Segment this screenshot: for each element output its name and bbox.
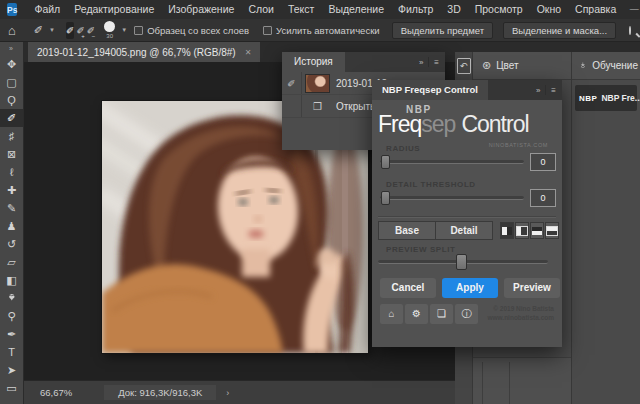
tool-brush[interactable]: ✎ bbox=[0, 199, 23, 217]
brush-size-picker[interactable]: 30 bbox=[104, 21, 115, 39]
menu-help[interactable]: Справка bbox=[568, 0, 623, 19]
tool-move[interactable]: ✥ bbox=[0, 55, 23, 73]
tool-type[interactable]: T bbox=[0, 343, 23, 361]
menu-image[interactable]: Изображение bbox=[161, 0, 241, 19]
panel-menu-icon[interactable]: ≡ bbox=[551, 86, 556, 95]
tool-preset-caret-icon[interactable]: ▼ bbox=[49, 27, 55, 33]
detail-threshold-label: DETAIL THRESHOLD bbox=[386, 180, 476, 189]
history-source-cell[interactable] bbox=[282, 95, 302, 117]
radius-value-field[interactable]: 0 bbox=[530, 153, 556, 171]
apply-button[interactable]: Apply bbox=[442, 278, 498, 298]
select-and-mask-button[interactable]: Выделение и маска... bbox=[503, 22, 616, 39]
detail-slider-handle[interactable] bbox=[381, 191, 390, 205]
tool-rectangular-marquee[interactable]: ▢ bbox=[0, 73, 23, 91]
preview-button[interactable]: Preview bbox=[504, 278, 560, 298]
tool-dodge[interactable]: ⚲ bbox=[0, 307, 23, 325]
brush-size-caret-icon[interactable]: ▼ bbox=[121, 27, 127, 33]
tool-preset-icon[interactable]: ✐ bbox=[30, 24, 47, 37]
tab-nbp-freqsep-control[interactable]: NBP Freqsep Control bbox=[372, 80, 488, 100]
detail-slider-track[interactable] bbox=[380, 196, 524, 200]
tool-quick-selection[interactable]: ✐ bbox=[0, 109, 23, 127]
tool-frame[interactable]: ⊠ bbox=[0, 145, 23, 163]
nbp-freqsep-dock-button[interactable]: NBP NBP Fre... bbox=[575, 85, 637, 111]
copyright-text: © 2019 Nino Batista www.ninobatista.com bbox=[487, 304, 554, 323]
sample-all-layers-label: Образец со всех слоев bbox=[147, 25, 249, 36]
dock-bottom-panels bbox=[473, 357, 571, 404]
tool-rectangle-shape[interactable]: ▭ bbox=[0, 379, 23, 397]
panel-menu-icon[interactable]: ≡ bbox=[434, 58, 439, 67]
menu-window[interactable]: Окно bbox=[530, 0, 568, 19]
status-chevron-icon[interactable]: › bbox=[226, 388, 229, 398]
home-icon[interactable]: ⌂ bbox=[4, 23, 20, 38]
photoshop-window: Ps Файл Редактирование Изображение Слои … bbox=[0, 0, 640, 404]
toolbar-expand-icon[interactable]: » bbox=[0, 42, 23, 55]
radius-slider-track[interactable] bbox=[380, 160, 524, 164]
selection-mode-subtract-icon[interactable]: ✐− bbox=[87, 22, 95, 39]
dock-top-strip bbox=[455, 42, 640, 52]
preview-split-label: PREVIEW SPLIT bbox=[386, 245, 456, 254]
history-brush-source-icon[interactable]: ✐ bbox=[282, 72, 302, 94]
tool-clone-stamp[interactable]: ♟ bbox=[0, 217, 23, 235]
home-icon[interactable]: ⌂ bbox=[380, 304, 403, 324]
snapshot-thumbnail[interactable] bbox=[305, 74, 330, 93]
base-button[interactable]: Base bbox=[378, 221, 436, 240]
selection-mode-new-icon[interactable]: ✐ bbox=[66, 22, 74, 39]
menu-type[interactable]: Текст bbox=[281, 0, 321, 19]
page-icon[interactable]: ❏ bbox=[430, 304, 453, 324]
menu-3d[interactable]: 3D bbox=[440, 0, 467, 19]
info-icon[interactable]: ⓘ bbox=[455, 304, 478, 324]
sample-all-layers-checkbox[interactable]: Образец со всех слоев bbox=[134, 25, 249, 36]
tool-blur[interactable]: ♠ bbox=[0, 289, 23, 307]
menu-view[interactable]: Просмотр bbox=[468, 0, 530, 19]
split-horizontal-top-icon[interactable] bbox=[530, 222, 544, 239]
detail-button[interactable]: Detail bbox=[435, 221, 493, 240]
radius-slider-handle[interactable] bbox=[381, 155, 390, 169]
tab-learn[interactable]: ♀ Обучение bbox=[572, 52, 640, 80]
tool-eraser[interactable]: ▱ bbox=[0, 253, 23, 271]
nbp-logo-icon: NBP bbox=[579, 94, 597, 103]
document-size-info[interactable]: Док: 916,3K/916,3K bbox=[104, 385, 216, 400]
preview-split-handle[interactable] bbox=[456, 254, 467, 270]
menu-edit[interactable]: Редактирование bbox=[67, 0, 161, 19]
cancel-button[interactable]: Cancel bbox=[380, 278, 436, 298]
history-panel-icon[interactable]: ↶ bbox=[457, 58, 471, 74]
tool-pen[interactable]: ✒ bbox=[0, 325, 23, 343]
tool-crop[interactable]: ♯ bbox=[0, 127, 23, 145]
tab-close-icon[interactable]: ✕ bbox=[245, 48, 252, 57]
lightbulb-icon: ♀ bbox=[579, 60, 587, 72]
selection-mode-add-icon[interactable]: ✐+ bbox=[76, 22, 84, 39]
split-vertical-left-icon[interactable] bbox=[500, 222, 514, 239]
menu-layers[interactable]: Слои bbox=[241, 0, 281, 19]
split-horizontal-bottom-icon[interactable] bbox=[545, 222, 559, 239]
select-subject-button[interactable]: Выделить предмет bbox=[392, 22, 493, 39]
detail-value-field[interactable]: 0 bbox=[530, 189, 556, 207]
tool-lasso[interactable]: Ϙ bbox=[0, 91, 23, 109]
tool-spot-healing[interactable]: ✚ bbox=[0, 181, 23, 199]
brush-tip-icon bbox=[104, 21, 115, 32]
tool-options-bar: ⌂ ✐ ▼ ✐ ✐+ ✐− 30 ▼ Образец со всех слоев… bbox=[0, 19, 640, 42]
search-icon[interactable] bbox=[629, 26, 631, 35]
nbp-panel-body: NBP FreqsepControl NINOBATISTA.COM RADIU… bbox=[372, 100, 562, 347]
radius-label: RADIUS bbox=[386, 144, 420, 153]
menu-select[interactable]: Выделение bbox=[321, 0, 391, 19]
tab-color[interactable]: ⊛ Цвет bbox=[473, 52, 571, 80]
document-tab[interactable]: 2019-01-12_194005.png @ 66,7% (RGB/8#) ✕ bbox=[28, 42, 260, 62]
document-icon: ❐ bbox=[305, 101, 330, 112]
photoshop-logo-icon[interactable]: Ps bbox=[7, 3, 17, 16]
nbp-freqsep-panel: NBP Freqsep Control » ≡ NBP FreqsepContr… bbox=[372, 80, 562, 347]
tool-gradient[interactable]: ◧ bbox=[0, 271, 23, 289]
tab-history[interactable]: История bbox=[282, 52, 345, 72]
menu-file[interactable]: Файл bbox=[27, 0, 67, 19]
tool-eyedropper[interactable]: ℓ bbox=[0, 163, 23, 181]
tool-path-selection[interactable]: ➤ bbox=[0, 361, 23, 379]
panel-collapse-icon[interactable]: » bbox=[419, 58, 423, 67]
tool-history-brush[interactable]: ↺ bbox=[0, 235, 23, 253]
zoom-level[interactable]: 66,67% bbox=[34, 385, 78, 400]
gear-icon[interactable]: ⚙ bbox=[405, 304, 428, 324]
history-step-label: Открыть bbox=[336, 101, 375, 112]
minimize-button[interactable]: — bbox=[623, 0, 640, 19]
menu-filter[interactable]: Фильтр bbox=[391, 0, 440, 19]
auto-enhance-checkbox[interactable]: Усилить автоматически bbox=[263, 25, 380, 36]
panel-collapse-icon[interactable]: » bbox=[536, 86, 540, 95]
split-vertical-right-icon[interactable] bbox=[515, 222, 529, 239]
